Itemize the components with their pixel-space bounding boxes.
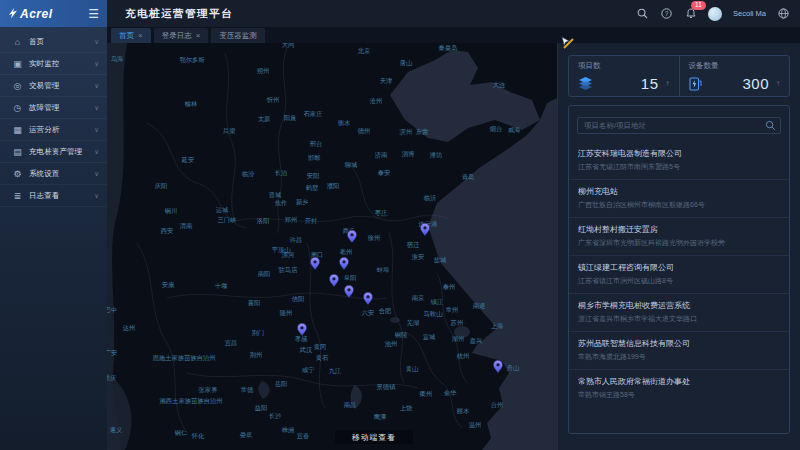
user-name[interactable]: Secoli Ma xyxy=(733,9,766,18)
city-label: 景德镇 xyxy=(377,383,397,391)
city-label: 荆门 xyxy=(252,329,265,336)
chevron-down-icon: ∨ xyxy=(94,170,99,178)
city-label: 台州 xyxy=(491,401,504,408)
location-pin-icon[interactable] xyxy=(493,360,502,373)
city-label: 宜昌 xyxy=(225,339,238,347)
project-name: 镇江绿建工程咨询有限公司 xyxy=(578,262,780,273)
project-list: 江苏安科瑞电器制造有限公司江苏省无锡江阴市南闸东盟路5号柳州充电站广西壮族自治区… xyxy=(569,142,789,407)
tab-3[interactable]: 变压器监测 xyxy=(211,28,265,43)
city-label: 武汉 xyxy=(299,346,313,354)
city-label: 北京 xyxy=(358,47,371,55)
city-label: 长沙 xyxy=(269,412,282,420)
notification-badge: 11 xyxy=(691,1,706,10)
city-label: 泰安 xyxy=(378,169,391,176)
stat-devices: 设备数量 300 ↑ xyxy=(679,56,790,96)
city-label: 益阳 xyxy=(255,404,268,412)
city-label: 温州 xyxy=(469,421,482,429)
sidebar-item-故障管理[interactable]: ◷故障管理∨ xyxy=(0,97,107,119)
sidebar-item-充电桩资产管理[interactable]: ▤充电桩资产管理∨ xyxy=(0,141,107,163)
city-label: 襄阳 xyxy=(248,299,261,307)
bell-icon[interactable]: 11 xyxy=(684,7,697,20)
tab-close-icon[interactable]: × xyxy=(138,31,143,40)
city-label: 潍坊 xyxy=(430,151,443,159)
city-label: 南阳 xyxy=(258,270,271,278)
city-label: 嘉兴 xyxy=(470,337,483,345)
search-icon[interactable] xyxy=(765,117,776,135)
sidebar-item-label: 运营分析 xyxy=(29,125,59,135)
city-label: 郑州 xyxy=(284,216,298,223)
chevron-down-icon: ∨ xyxy=(94,192,99,200)
log-icon: ≣ xyxy=(11,191,24,201)
city-label: 亳州 xyxy=(340,248,353,255)
help-icon[interactable]: ? xyxy=(660,7,673,20)
location-pin-icon[interactable] xyxy=(329,274,338,287)
location-pin-icon[interactable] xyxy=(344,285,353,298)
location-pin-icon[interactable] xyxy=(347,230,356,243)
city-label: 德州 xyxy=(358,127,371,135)
city-label: 阜阳 xyxy=(344,274,357,282)
project-search-input[interactable] xyxy=(577,117,781,134)
project-address: 江苏省镇江市润州区砚山路8号 xyxy=(578,276,780,286)
location-pin-icon[interactable] xyxy=(310,257,319,270)
city-label: 聊城 xyxy=(345,161,358,168)
city-label: 咸宁 xyxy=(302,366,315,373)
tab-2[interactable]: 登录日志× xyxy=(154,28,209,43)
project-name: 苏州品联智慧信息科技有限公司 xyxy=(578,338,780,349)
search-icon[interactable] xyxy=(636,7,649,20)
chevron-down-icon: ∨ xyxy=(94,148,99,156)
tab-1[interactable]: 首页× xyxy=(111,28,151,43)
project-list-item[interactable]: 江苏安科瑞电器制造有限公司江苏省无锡江阴市南闸东盟路5号 xyxy=(569,142,789,179)
project-list-item[interactable]: 桐乡市学桐充电桩收费运营系统浙江省嘉兴市桐乡市学福大道文华路口 xyxy=(569,293,789,331)
sidebar-item-日志查看[interactable]: ≣日志查看∨ xyxy=(0,185,107,207)
location-pin-icon[interactable] xyxy=(420,223,429,236)
sidebar-item-首页[interactable]: ⌂首页∨ xyxy=(0,31,107,53)
city-label: 大连 xyxy=(493,81,506,89)
city-label: 鄂尔多斯 xyxy=(179,56,205,64)
project-address: 广东省深圳市光明新区科裕路光明外国语学校旁 xyxy=(578,238,780,248)
city-label: 广安 xyxy=(107,349,117,356)
map-canvas[interactable]: 大同北京秦皇岛唐山乌海鄂尔多斯朔州天津大连忻州沧州榆林石家庄阳泉太原衡水烟台威海… xyxy=(107,43,557,450)
project-list-item[interactable]: 苏州品联智慧信息科技有限公司常熟市海虞北路199号 xyxy=(569,331,789,369)
city-label: 舟山 xyxy=(507,364,520,371)
search-box xyxy=(577,114,781,134)
city-label: 巴中 xyxy=(107,306,117,313)
city-label: 鹤壁 xyxy=(306,184,319,192)
city-label: 常德 xyxy=(241,386,254,394)
stat-projects: 项目数 15 ↑ xyxy=(569,56,679,96)
project-list-item[interactable]: 柳州充电站广西壮族自治区柳州市柳南区航银路66号 xyxy=(569,179,789,217)
location-pin-icon[interactable] xyxy=(339,257,348,270)
city-label: 九江 xyxy=(329,367,342,375)
city-label: 东营 xyxy=(416,128,429,135)
city-label: 秦皇岛 xyxy=(439,44,458,51)
avatar[interactable] xyxy=(708,7,722,21)
city-label: 南京 xyxy=(412,294,425,301)
city-label: 朔州 xyxy=(257,67,270,75)
city-label: 大同 xyxy=(282,43,295,48)
project-list-item[interactable]: 红坳村整村搬迁安置房广东省深圳市光明新区科裕路光明外国语学校旁 xyxy=(569,217,789,255)
chevron-down-icon: ∨ xyxy=(94,60,99,68)
project-address: 常熟市锦王路58号 xyxy=(578,390,780,400)
project-address: 江苏省无锡江阴市南闸东盟路5号 xyxy=(578,162,780,172)
sidebar-item-交易管理[interactable]: ◎交易管理∨ xyxy=(0,75,107,97)
acrel-logo-icon xyxy=(8,8,17,19)
chevron-down-icon: ∨ xyxy=(94,82,99,90)
location-pin-icon[interactable] xyxy=(363,292,372,305)
project-address: 广西壮族自治区柳州市柳南区航银路66号 xyxy=(578,200,780,210)
city-label: 黄山 xyxy=(406,365,419,372)
city-label: 衡水 xyxy=(338,119,351,127)
project-list-item[interactable]: 镇江绿建工程咨询有限公司江苏省镇江市润州区砚山路8号 xyxy=(569,255,789,293)
sidebar-item-运营分析[interactable]: ▦运营分析∨ xyxy=(0,119,107,141)
hamburger-menu-icon[interactable]: ☰ xyxy=(88,8,99,20)
sidebar-item-系统设置[interactable]: ⚙系统设置∨ xyxy=(0,163,107,185)
city-label: 湖州 xyxy=(452,335,465,342)
project-list-item[interactable]: 常熟市人民政府常福街道办事处常熟市锦王路58号 xyxy=(569,369,789,407)
mobile-view-button[interactable]: 移动端查看 xyxy=(335,430,413,444)
globe-icon[interactable] xyxy=(777,7,790,20)
city-label: 临沂 xyxy=(424,194,437,202)
city-label: 遵义 xyxy=(110,426,123,433)
tab-close-icon[interactable]: × xyxy=(196,31,201,40)
city-label: 宿迁 xyxy=(407,241,420,249)
city-label: 漯河 xyxy=(282,251,295,259)
project-name: 江苏安科瑞电器制造有限公司 xyxy=(578,148,780,159)
sidebar-item-实时监控[interactable]: ▣实时监控∨ xyxy=(0,53,107,75)
